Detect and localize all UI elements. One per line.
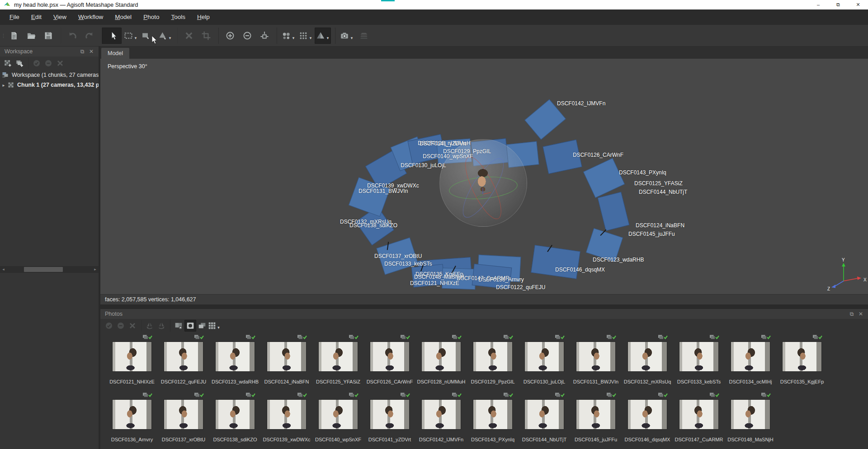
redo-button[interactable] xyxy=(81,28,98,44)
photo-status-badge xyxy=(570,392,622,399)
photo-label: DSCF0144_NbUTjT xyxy=(519,437,570,442)
menu-workflow[interactable]: Workflow xyxy=(72,9,109,25)
minimize-button[interactable]: – xyxy=(808,0,828,9)
photo-item[interactable]: DSCF0121_NHIXzE xyxy=(106,332,158,390)
expander-icon[interactable] xyxy=(0,83,7,88)
photo-item[interactable]: DSCF0126_CArWnF xyxy=(364,332,415,390)
photo-thumbnail xyxy=(576,399,616,430)
toolbar-drag-handle[interactable]: ⋮ xyxy=(1,33,5,38)
enable-photo-button[interactable] xyxy=(103,320,115,332)
new-project-button[interactable] xyxy=(6,28,22,44)
menu-help[interactable]: Help xyxy=(191,9,216,25)
rotate-right-button[interactable] xyxy=(156,320,167,332)
horizontal-splitter[interactable] xyxy=(100,304,868,309)
photo-item[interactable]: DSCF0139_xwDWXc xyxy=(261,390,312,448)
enable-item-button[interactable] xyxy=(28,57,42,69)
photo-aligned-check-icon xyxy=(194,334,204,340)
photo-item[interactable]: DSCF0131_BWJVIn xyxy=(570,332,622,390)
disable-item-button[interactable] xyxy=(42,57,54,69)
rectangle-selection-tool-button[interactable] xyxy=(123,28,139,44)
photo-item[interactable]: DSCF0143_PXynIq xyxy=(467,390,519,448)
photo-item[interactable]: DSCF0145_juJFFu xyxy=(570,390,622,448)
reset-view-button[interactable] xyxy=(256,28,273,44)
menu-view[interactable]: View xyxy=(47,9,72,25)
photo-item[interactable]: DSCF0136_Arnvry xyxy=(106,390,158,448)
remove-photo-button[interactable] xyxy=(127,320,138,332)
photo-item[interactable]: DSCF0132_mXRsUq xyxy=(622,332,673,390)
photo-aligned-check-icon xyxy=(400,334,410,340)
zoom-out-button[interactable] xyxy=(239,28,255,44)
photo-item[interactable]: DSCF0148_MaSNjH xyxy=(725,390,776,448)
photo-item[interactable]: DSCF0134_ocMIHj xyxy=(725,332,776,390)
filter-photos-button[interactable] xyxy=(170,320,184,332)
photo-item[interactable]: DSCF0146_dqsqMX xyxy=(622,390,673,448)
stack-mode-button[interactable] xyxy=(196,320,208,332)
model-viewport[interactable]: DSCF0142_IJMVFnDSCF0126_CArWnFDSCF0143_P… xyxy=(100,59,868,294)
crop-selection-button[interactable] xyxy=(198,28,214,44)
shaded-model-view-button[interactable] xyxy=(315,28,331,44)
delete-selection-button[interactable] xyxy=(177,28,197,44)
photo-item[interactable]: DSCF0142_IJMVFn xyxy=(415,390,467,448)
stacked-view-button[interactable] xyxy=(356,28,372,44)
scroll-right-arrow-icon[interactable]: ▸ xyxy=(92,266,99,273)
disable-photo-button[interactable] xyxy=(115,320,127,332)
photos-float-button[interactable]: ⧉ xyxy=(847,309,856,318)
workspace-close-button[interactable]: ✕ xyxy=(87,47,96,56)
photo-label: DSCF0145_juJFFu xyxy=(570,437,622,442)
photo-label: DSCF0130_juLOjL xyxy=(519,379,570,384)
photos-panel: Photos ⧉✕ DSCF0121_NHIXzE xyxy=(100,309,868,449)
workspace-tree-item[interactable]: Workspace (1 chunks, 27 cameras) xyxy=(0,70,99,80)
photo-label: DSCF0123_wdaRHB xyxy=(209,379,261,384)
add-chunk-button[interactable] xyxy=(2,57,14,69)
photo-status-badge xyxy=(415,334,467,341)
preview-mode-button[interactable] xyxy=(184,320,196,332)
rotate-left-button[interactable] xyxy=(141,320,156,332)
menu-photo[interactable]: Photo xyxy=(137,9,165,25)
show-cameras-button[interactable] xyxy=(335,28,355,44)
workspace-tree-item[interactable]: Chunk 1 (27 cameras, 13,432 po xyxy=(0,80,99,90)
photo-item[interactable]: DSCF0144_NbUTjT xyxy=(519,390,570,448)
zoom-in-button[interactable] xyxy=(218,28,238,44)
close-button[interactable]: ✕ xyxy=(848,0,868,9)
photo-item[interactable]: DSCF0122_quFEJU xyxy=(158,332,209,390)
workspace-horizontal-scrollbar[interactable]: ◂ ▸ xyxy=(0,266,99,273)
workspace-panel-header: Workspace ⧉✕ xyxy=(0,47,99,56)
photo-item[interactable]: DSCF0138_sdiKZO xyxy=(209,390,261,448)
add-photos-button[interactable] xyxy=(14,57,25,69)
photos-close-button[interactable]: ✕ xyxy=(856,309,865,318)
photo-item[interactable]: DSCF0141_yZDVrt xyxy=(364,390,415,448)
scroll-left-arrow-icon[interactable]: ◂ xyxy=(0,266,7,273)
photo-item[interactable]: DSCF0147_CuARMR xyxy=(673,390,725,448)
view-mode-button[interactable] xyxy=(208,320,220,332)
menu-tools[interactable]: Tools xyxy=(165,9,191,25)
photo-item[interactable]: DSCF0123_wdaRHB xyxy=(209,332,261,390)
photo-item[interactable]: DSCF0133_kebSTs xyxy=(673,332,725,390)
tab-model[interactable]: Model xyxy=(101,48,129,59)
menu-file[interactable]: File xyxy=(4,9,25,25)
navigation-tool-button[interactable] xyxy=(102,28,122,44)
photo-label: DSCF0140_wpSnXF xyxy=(312,437,364,442)
point-cloud-view-button[interactable] xyxy=(277,28,297,44)
open-project-button[interactable] xyxy=(23,28,39,44)
remove-item-button[interactable] xyxy=(54,57,66,69)
photo-item[interactable]: DSCF0128_nUMMuH xyxy=(415,332,467,390)
move-object-tool-button[interactable] xyxy=(157,28,173,44)
scrollbar-thumb[interactable] xyxy=(24,267,63,272)
photo-item[interactable]: DSCF0125_YFASiZ xyxy=(312,332,364,390)
save-project-button[interactable] xyxy=(40,28,57,44)
workspace-float-button[interactable]: ⧉ xyxy=(78,47,87,56)
photo-thumbnail xyxy=(627,341,667,372)
menu-edit[interactable]: Edit xyxy=(25,9,47,25)
photo-item[interactable]: DSCF0135_KgjEFp xyxy=(776,332,828,390)
photo-item[interactable]: DSCF0130_juLOjL xyxy=(519,332,570,390)
menu-model[interactable]: Model xyxy=(109,9,137,25)
photo-status-badge xyxy=(673,392,725,399)
undo-button[interactable] xyxy=(61,28,80,44)
photo-status-badge xyxy=(312,392,364,399)
tie-points-view-button[interactable] xyxy=(297,28,314,44)
photo-item[interactable]: DSCF0140_wpSnXF xyxy=(312,390,364,448)
photo-item[interactable]: DSCF0124_iNaBFN xyxy=(261,332,312,390)
photo-item[interactable]: DSCF0129_PpzGIL xyxy=(467,332,519,390)
maximize-button[interactable]: ⧉ xyxy=(828,0,848,9)
photo-item[interactable]: DSCF0137_xrOBtU xyxy=(158,390,209,448)
